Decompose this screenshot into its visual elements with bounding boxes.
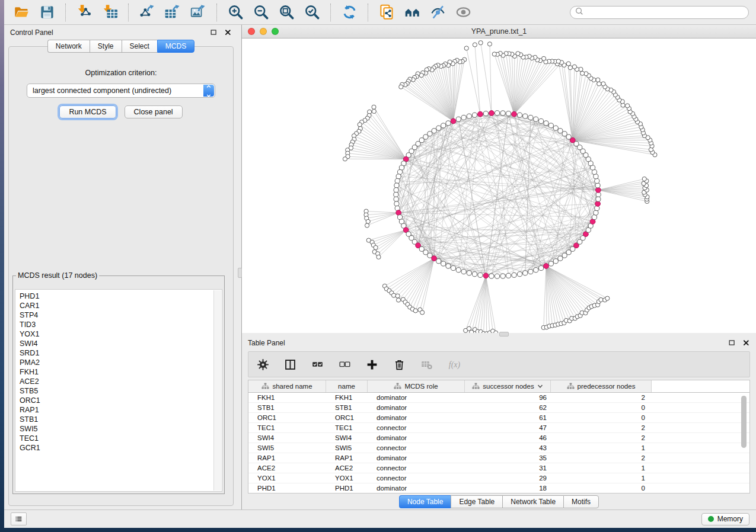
network-edge[interactable] bbox=[467, 48, 480, 114]
network-edge[interactable] bbox=[405, 85, 453, 121]
network-edge[interactable] bbox=[469, 116, 586, 234]
table-row[interactable]: ACE2ACE2connector311 bbox=[248, 463, 749, 473]
network-node[interactable] bbox=[512, 111, 517, 117]
network-node[interactable] bbox=[605, 296, 610, 300]
network-node[interactable] bbox=[372, 109, 376, 113]
table-row[interactable]: PHD1PHD1dominator180 bbox=[248, 483, 749, 493]
mcds-result-item[interactable]: ACE2 bbox=[20, 377, 222, 386]
memory-button[interactable]: Memory bbox=[701, 513, 749, 525]
tab-network-table[interactable]: Network Table bbox=[502, 495, 563, 508]
network-edge[interactable] bbox=[409, 81, 454, 121]
select-all-icon[interactable] bbox=[311, 358, 324, 371]
tab-network[interactable]: Network bbox=[47, 40, 90, 53]
network-node[interactable] bbox=[566, 134, 571, 139]
criterion-select[interactable]: largest connected component (undirected) bbox=[27, 84, 215, 98]
network-node[interactable] bbox=[428, 253, 432, 258]
network-node[interactable] bbox=[596, 78, 600, 82]
network-node[interactable] bbox=[562, 253, 567, 258]
float-panel-icon[interactable] bbox=[728, 339, 736, 347]
network-node[interactable] bbox=[467, 271, 471, 275]
import-table-icon[interactable] bbox=[101, 4, 119, 21]
network-node[interactable] bbox=[419, 246, 424, 251]
network-node[interactable] bbox=[597, 82, 601, 86]
mcds-list-scrollbar[interactable] bbox=[213, 290, 221, 491]
network-node[interactable] bbox=[534, 117, 538, 121]
network-node[interactable] bbox=[487, 42, 492, 46]
network-node[interactable] bbox=[572, 65, 576, 69]
mcds-result-item[interactable]: GCR1 bbox=[20, 443, 222, 453]
network-node[interactable] bbox=[436, 259, 441, 264]
network-node[interactable] bbox=[478, 273, 483, 277]
network-node[interactable] bbox=[394, 201, 399, 206]
mcds-result-item[interactable]: CAR1 bbox=[20, 301, 222, 310]
mcds-result-item[interactable]: SRD1 bbox=[20, 348, 222, 358]
mcds-result-list[interactable]: PHD1CAR1STP4TID3YOX1SWI4SRD1PMA2FKH1ACE2… bbox=[15, 289, 222, 492]
table-row[interactable]: YOX1YOX1connector291 bbox=[248, 473, 749, 483]
tab-edge-table[interactable]: Edge Table bbox=[451, 495, 502, 508]
network-node[interactable] bbox=[395, 178, 400, 183]
mcds-result-item[interactable]: TID3 bbox=[20, 320, 222, 329]
show-eye-icon[interactable] bbox=[455, 4, 472, 21]
network-edge[interactable] bbox=[514, 60, 537, 114]
network-node[interactable] bbox=[580, 71, 585, 75]
network-edge[interactable] bbox=[598, 185, 646, 190]
network-node[interactable] bbox=[479, 41, 483, 45]
network-edge[interactable] bbox=[573, 78, 591, 140]
network-node[interactable] bbox=[436, 126, 441, 130]
network-node[interactable] bbox=[523, 114, 528, 118]
table-row[interactable]: STB1STB1dominator620 bbox=[248, 403, 749, 413]
mcds-result-item[interactable]: SWI4 bbox=[20, 339, 222, 348]
mcds-result-item[interactable]: PHD1 bbox=[20, 291, 222, 301]
network-node[interactable] bbox=[432, 129, 436, 133]
tab-node-table[interactable]: Node Table bbox=[399, 495, 451, 508]
network-node[interactable] bbox=[366, 219, 370, 223]
search-box[interactable] bbox=[570, 6, 749, 19]
network-node[interactable] bbox=[473, 43, 477, 47]
network-edge[interactable] bbox=[360, 124, 406, 159]
gear-icon[interactable] bbox=[257, 358, 269, 371]
network-edge[interactable] bbox=[514, 60, 540, 114]
network-node[interactable] bbox=[596, 197, 601, 201]
network-node[interactable] bbox=[566, 62, 570, 66]
network-node[interactable] bbox=[601, 82, 605, 86]
network-node[interactable] bbox=[374, 245, 378, 249]
network-node[interactable] bbox=[483, 273, 489, 278]
network-node[interactable] bbox=[523, 271, 528, 275]
close-panel-icon[interactable] bbox=[742, 339, 750, 347]
network-edge[interactable] bbox=[544, 266, 546, 328]
network-node[interactable] bbox=[538, 265, 543, 270]
horizontal-splitter[interactable] bbox=[242, 333, 756, 335]
mcds-result-item[interactable]: STP4 bbox=[20, 310, 222, 320]
network-node[interactable] bbox=[558, 256, 563, 261]
network-node[interactable] bbox=[396, 174, 401, 179]
close-panel-button[interactable]: Close panel bbox=[125, 105, 183, 118]
network-node[interactable] bbox=[472, 272, 477, 277]
network-node[interactable] bbox=[599, 297, 603, 302]
network-node[interactable] bbox=[441, 123, 446, 128]
refresh-icon[interactable] bbox=[341, 4, 358, 21]
network-node[interactable] bbox=[595, 187, 601, 193]
network-edge[interactable] bbox=[546, 266, 582, 313]
tab-select[interactable]: Select bbox=[122, 40, 157, 53]
mcds-result-item[interactable]: SWI5 bbox=[20, 424, 222, 434]
network-edge[interactable] bbox=[598, 190, 645, 195]
close-panel-icon[interactable] bbox=[224, 28, 232, 36]
network-node[interactable] bbox=[377, 255, 381, 259]
network-node[interactable] bbox=[534, 268, 538, 273]
zoom-out-icon[interactable] bbox=[253, 4, 270, 21]
deselect-all-icon[interactable] bbox=[339, 358, 351, 371]
network-node[interactable] bbox=[528, 269, 533, 274]
network-node[interactable] bbox=[441, 261, 446, 266]
mcds-result-item[interactable]: STB5 bbox=[20, 386, 222, 396]
export-image-icon[interactable] bbox=[190, 4, 207, 21]
column-header-shared-name[interactable]: shared name bbox=[248, 380, 326, 392]
tab-style[interactable]: Style bbox=[90, 40, 122, 53]
mcds-result-item[interactable]: RAP1 bbox=[20, 405, 222, 415]
table-scrollbar-thumb[interactable] bbox=[741, 396, 747, 448]
search-input[interactable] bbox=[587, 8, 744, 17]
network-node[interactable] bbox=[548, 261, 553, 266]
column-header-MCDS-role[interactable]: MCDS role bbox=[368, 380, 465, 392]
zoom-fit-icon[interactable] bbox=[278, 4, 295, 21]
criterion-select-stepper[interactable] bbox=[203, 85, 214, 97]
vertical-splitter-grip[interactable] bbox=[238, 268, 242, 278]
